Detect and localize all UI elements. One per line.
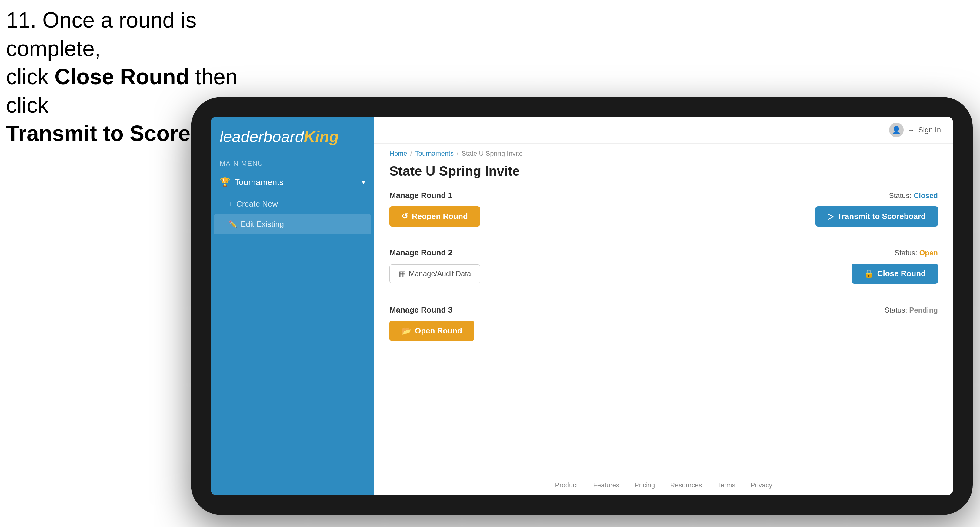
audit-label: Manage/Audit Data: [409, 270, 471, 278]
sidebar-item-tournaments[interactable]: 🏆 Tournaments ▾: [211, 170, 374, 194]
round-1-actions: ↺ Reopen Round ▷ Transmit to Scoreboard: [390, 206, 938, 227]
round-1-section: Manage Round 1 Status: Closed ↺ Reopen R…: [390, 191, 938, 236]
instruction-bold-close: Close Round: [54, 65, 189, 89]
lock-icon: 🔒: [864, 269, 873, 278]
logo-area: leaderboardKing: [211, 117, 374, 154]
plus-icon: +: [229, 200, 233, 208]
main-content: 👤 → Sign In Home / Tournaments / State U…: [374, 117, 953, 495]
page-title: State U Spring Invite: [390, 163, 938, 179]
breadcrumb-sep2: /: [457, 149, 458, 157]
sidebar-tournaments-label: Tournaments: [235, 178, 284, 187]
round-2-section: Manage Round 2 Status: Open ▦ Manage/Aud…: [390, 248, 938, 293]
edit-icon: ✏️: [229, 221, 237, 229]
round-2-actions: ▦ Manage/Audit Data 🔒 Close Round: [390, 264, 938, 284]
round-1-status-value: Closed: [914, 191, 938, 200]
footer-terms[interactable]: Terms: [717, 481, 735, 489]
page-body: State U Spring Invite Manage Round 1 Sta…: [374, 157, 953, 475]
close-round-label: Close Round: [877, 269, 926, 278]
audit-icon: ▦: [399, 270, 406, 278]
breadcrumb-home[interactable]: Home: [390, 149, 407, 157]
top-bar: 👤 → Sign In: [374, 117, 953, 144]
footer-pricing[interactable]: Pricing: [635, 481, 655, 489]
breadcrumb-current: State U Spring Invite: [461, 149, 523, 157]
logo: leaderboardKing: [220, 129, 365, 144]
breadcrumb-tournaments[interactable]: Tournaments: [415, 149, 453, 157]
round-2-header: Manage Round 2 Status: Open: [390, 248, 938, 257]
logo-king: King: [304, 128, 339, 145]
sidebar-sub-edit-existing[interactable]: ✏️ Edit Existing: [214, 214, 371, 235]
sidebar-sub-create-new[interactable]: + Create New: [211, 194, 374, 214]
app-container: leaderboardKing MAIN MENU 🏆 Tournaments …: [211, 117, 953, 495]
footer-resources[interactable]: Resources: [670, 481, 702, 489]
footer: Product Features Pricing Resources Terms…: [374, 475, 953, 495]
create-new-label: Create New: [236, 199, 278, 209]
open-round-label: Open Round: [415, 326, 462, 336]
open-round-button[interactable]: 📂 Open Round: [390, 321, 474, 341]
reopen-icon: ↺: [401, 212, 408, 221]
round-2-status: Status: Open: [894, 249, 938, 257]
reopen-round-button[interactable]: ↺ Reopen Round: [390, 206, 480, 227]
round-3-label: Manage Round 3: [390, 305, 452, 315]
trophy-icon: 🏆: [220, 177, 230, 187]
round-1-label: Manage Round 1: [390, 191, 452, 200]
sign-in-label: Sign In: [918, 126, 941, 134]
round-2-status-label: Status:: [894, 249, 917, 257]
round-1-header: Manage Round 1 Status: Closed: [390, 191, 938, 200]
round-2-status-value: Open: [920, 249, 938, 257]
round-3-actions: 📂 Open Round: [390, 321, 938, 341]
open-icon: 📂: [401, 326, 411, 336]
transmit-label: Transmit to Scoreboard: [837, 212, 926, 221]
sign-in-arrow-icon: →: [907, 126, 915, 134]
chevron-down-icon: ▾: [362, 178, 365, 186]
round-3-header: Manage Round 3 Status: Pending: [390, 305, 938, 315]
transmit-to-scoreboard-button[interactable]: ▷ Transmit to Scoreboard: [815, 206, 938, 227]
close-round-button[interactable]: 🔒 Close Round: [852, 264, 938, 284]
transmit-icon: ▷: [827, 212, 834, 221]
round-3-section: Manage Round 3 Status: Pending 📂 Open Ro…: [390, 305, 938, 351]
tablet-screen: leaderboardKing MAIN MENU 🏆 Tournaments …: [211, 117, 953, 495]
footer-product[interactable]: Product: [555, 481, 578, 489]
tablet-device: leaderboardKing MAIN MENU 🏆 Tournaments …: [191, 97, 973, 515]
breadcrumb: Home / Tournaments / State U Spring Invi…: [374, 144, 953, 157]
round-3-status-label: Status:: [885, 306, 907, 314]
logo-leaderboard: leaderboard: [220, 128, 304, 145]
reopen-round-label: Reopen Round: [412, 212, 468, 221]
edit-existing-label: Edit Existing: [240, 220, 284, 229]
sign-in-area[interactable]: 👤 → Sign In: [889, 123, 941, 137]
instruction-line1: 11. Once a round is complete,: [6, 8, 196, 60]
avatar: 👤: [889, 123, 904, 137]
instruction-line2-prefix: click: [6, 65, 54, 89]
footer-features[interactable]: Features: [593, 481, 619, 489]
round-1-status-label: Status:: [889, 191, 912, 200]
sidebar: leaderboardKing MAIN MENU 🏆 Tournaments …: [211, 117, 374, 495]
manage-audit-button[interactable]: ▦ Manage/Audit Data: [390, 264, 480, 283]
breadcrumb-sep1: /: [410, 149, 412, 157]
main-menu-label: MAIN MENU: [211, 154, 374, 170]
round-3-status-value: Pending: [909, 306, 938, 314]
footer-privacy[interactable]: Privacy: [750, 481, 772, 489]
round-3-status: Status: Pending: [885, 306, 938, 314]
round-1-status: Status: Closed: [889, 191, 938, 200]
round-2-label: Manage Round 2: [390, 248, 452, 257]
